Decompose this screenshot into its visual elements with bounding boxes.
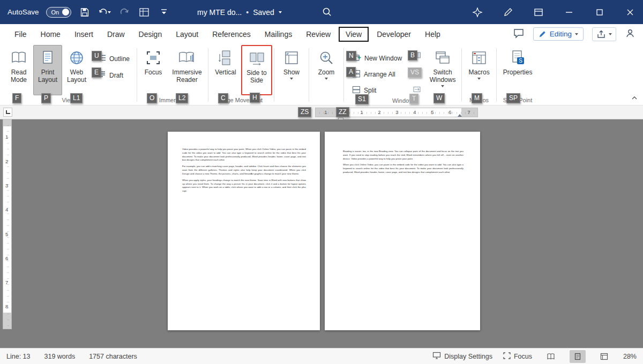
read-mode-icon bbox=[10, 49, 27, 66]
ribbon-display-options-icon[interactable] bbox=[532, 6, 545, 19]
group-separator bbox=[343, 48, 344, 102]
customize-toolbar-button[interactable] bbox=[158, 6, 170, 19]
tab-layout[interactable]: Layout bbox=[169, 27, 205, 42]
tabrow-actions: Editing bbox=[513, 27, 639, 41]
properties-icon: S bbox=[510, 49, 526, 66]
group-separator bbox=[208, 48, 208, 102]
macros-button[interactable]: Macros M bbox=[463, 45, 495, 95]
tab-design[interactable]: Design bbox=[132, 27, 169, 42]
group-separator bbox=[496, 48, 497, 102]
tab-draw[interactable]: Draw bbox=[100, 27, 132, 42]
document-area: 1 2 3 4 5 6 7 8 Video provides a powerfu… bbox=[0, 119, 643, 348]
editing-mode-button[interactable]: Editing bbox=[533, 27, 584, 41]
display-settings-icon bbox=[432, 352, 441, 361]
svg-text:S: S bbox=[519, 58, 522, 64]
tab-view[interactable]: View bbox=[339, 27, 369, 42]
minimize-button[interactable] bbox=[563, 6, 575, 19]
document-title[interactable]: my MTE do... • Saved bbox=[197, 0, 282, 24]
paragraph: Reading is easier, too, in the new Readi… bbox=[343, 150, 463, 161]
switch-windows-button[interactable]: Switch Windows W bbox=[425, 45, 460, 95]
save-status: Saved bbox=[253, 8, 274, 17]
autosave-toggle[interactable]: On bbox=[46, 7, 72, 18]
synchronous-scrolling-button[interactable]: VS bbox=[412, 69, 422, 78]
keytip-vertical: C bbox=[218, 93, 228, 103]
comment-icon[interactable] bbox=[513, 28, 525, 41]
tab-review[interactable]: Review bbox=[299, 27, 338, 42]
draft-button[interactable]: Draft E bbox=[95, 69, 132, 81]
word-window: AutoSave On my MTE do... • Saved bbox=[0, 0, 643, 364]
group-views: Read Mode F Print Layout P Web Layout L1 bbox=[4, 45, 135, 105]
display-settings-button[interactable]: Display Settings bbox=[432, 352, 492, 361]
read-mode-view-button[interactable] bbox=[543, 350, 559, 363]
maximize-button[interactable] bbox=[593, 6, 606, 19]
view-side-by-side-button[interactable]: B bbox=[412, 52, 422, 60]
tab-home[interactable]: Home bbox=[34, 27, 68, 42]
share-button[interactable] bbox=[592, 27, 616, 41]
print-layout-icon bbox=[40, 49, 56, 66]
tab-mailings[interactable]: Mailings bbox=[258, 27, 299, 42]
group-show: Show bbox=[276, 45, 307, 105]
arrange-all-button[interactable]: Arrange All A bbox=[350, 69, 404, 80]
new-window-button[interactable]: New Window N bbox=[350, 52, 404, 64]
undo-button[interactable] bbox=[98, 6, 111, 19]
titlebar: AutoSave On my MTE do... • Saved bbox=[0, 0, 643, 24]
redo-button[interactable] bbox=[118, 6, 131, 19]
search-icon[interactable] bbox=[322, 6, 332, 19]
focus-mode-button[interactable]: Focus bbox=[503, 352, 532, 361]
outline-button[interactable]: Outline U bbox=[95, 52, 132, 65]
tab-developer[interactable]: Developer bbox=[370, 27, 418, 42]
tab-file[interactable]: File bbox=[8, 27, 34, 42]
designer-icon[interactable] bbox=[471, 6, 484, 19]
collapse-ribbon-button[interactable] bbox=[631, 93, 638, 102]
web-layout-view-button[interactable] bbox=[596, 350, 612, 363]
titlebar-controls bbox=[471, 0, 637, 24]
split-button[interactable]: Split S1 bbox=[350, 85, 404, 96]
vertical-ruler[interactable]: 1 2 3 4 5 6 7 8 bbox=[3, 119, 12, 329]
paragraph: Video provides a powerful way to help yo… bbox=[182, 148, 306, 162]
line-indicator[interactable]: Line: 13 bbox=[6, 353, 30, 360]
show-button[interactable]: Show bbox=[276, 45, 307, 95]
keytip-view-side-by-side: B bbox=[408, 50, 417, 60]
properties-button[interactable]: S Properties SP bbox=[498, 45, 537, 95]
pen-icon[interactable] bbox=[502, 6, 514, 19]
group-sharepoint: S Properties SP SharePoint bbox=[498, 45, 537, 105]
page-2[interactable]: Reading is easier, too, in the new Readi… bbox=[325, 132, 480, 330]
people-icon[interactable] bbox=[625, 28, 635, 40]
keytip-zz: ZZ bbox=[336, 107, 349, 117]
keytip-split: S1 bbox=[355, 94, 369, 104]
vertical-icon bbox=[218, 49, 234, 66]
tab-references[interactable]: References bbox=[205, 27, 258, 42]
share-icon bbox=[596, 30, 606, 39]
chevron-down-icon bbox=[441, 85, 444, 87]
tab-selector[interactable] bbox=[3, 108, 12, 117]
tab-help[interactable]: Help bbox=[418, 27, 447, 42]
side-to-side-button[interactable]: Side to Side H bbox=[241, 45, 272, 95]
web-layout-button[interactable]: Web Layout L1 bbox=[62, 45, 91, 95]
tab-insert[interactable]: Insert bbox=[68, 27, 100, 42]
close-button[interactable] bbox=[624, 6, 637, 19]
keytip-read-mode: F bbox=[12, 93, 21, 103]
focus-button[interactable]: Focus O bbox=[139, 45, 168, 95]
right-indent-marker[interactable] bbox=[458, 114, 462, 117]
table-icon[interactable] bbox=[138, 6, 151, 19]
character-count[interactable]: 1757 characters bbox=[89, 353, 137, 360]
group-label-zoom bbox=[311, 96, 342, 105]
reset-window-position-button[interactable]: T bbox=[412, 86, 422, 95]
vertical-button[interactable]: Vertical C bbox=[210, 45, 241, 95]
keytip-outline: U bbox=[92, 51, 102, 61]
zoom-level[interactable]: 28% bbox=[623, 353, 637, 360]
immersive-reader-icon bbox=[178, 49, 196, 66]
chevron-down-icon bbox=[279, 11, 282, 13]
read-mode-button[interactable]: Read Mode F bbox=[4, 45, 33, 95]
group-separator bbox=[309, 48, 309, 102]
zoom-button[interactable]: Zoom bbox=[311, 45, 342, 95]
print-layout-button[interactable]: Print Layout P bbox=[33, 45, 62, 95]
save-icon[interactable] bbox=[78, 6, 91, 19]
immersive-reader-button[interactable]: Immersive Reader L2 bbox=[168, 45, 206, 95]
switch-windows-icon bbox=[435, 49, 451, 66]
print-layout-view-button[interactable] bbox=[570, 350, 586, 363]
word-count[interactable]: 319 words bbox=[44, 353, 75, 360]
page-1[interactable]: Video provides a powerful way to help yo… bbox=[168, 132, 320, 330]
web-layout-icon bbox=[69, 49, 85, 66]
chevron-down-icon bbox=[290, 78, 293, 80]
